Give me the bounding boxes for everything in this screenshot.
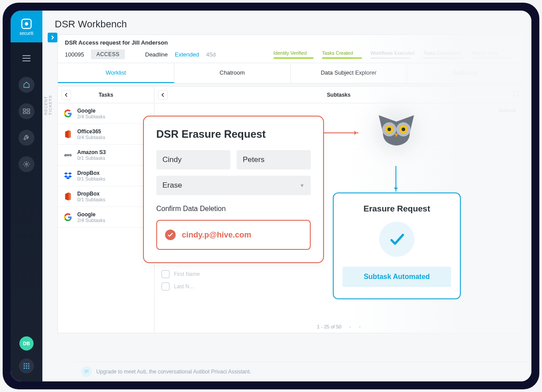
subtasks-heading: Subtasks ⛶ bbox=[154, 87, 523, 103]
prev-page-button[interactable]: ‹ bbox=[350, 324, 351, 329]
task-subcount: 0/1 Subtasks bbox=[77, 155, 106, 161]
ticket-id: 100095 bbox=[65, 51, 84, 58]
stage-label: Tasks Created bbox=[322, 50, 362, 56]
stage-label: Report Sent bbox=[472, 50, 512, 56]
svg-point-6 bbox=[26, 163, 27, 165]
task-item[interactable]: Google2/4 Subtasks bbox=[58, 207, 154, 228]
recent-tickets-rail: RECENT TICKETS bbox=[46, 34, 57, 381]
svg-point-1 bbox=[25, 22, 28, 25]
task-subcount: 0/4 Subtasks bbox=[77, 135, 105, 140]
request-title: DSR Access request for Jill Anderson bbox=[65, 39, 168, 46]
checkbox[interactable] bbox=[162, 270, 169, 278]
aws-icon: aws bbox=[63, 150, 73, 160]
checkbox[interactable] bbox=[162, 283, 169, 290]
upgrade-banner[interactable]: Upgrade to meet Auti, the conversational… bbox=[74, 362, 531, 381]
tab-chatroom[interactable]: Chatroom bbox=[174, 63, 291, 83]
tab-worklist[interactable]: Worklist bbox=[58, 63, 174, 83]
workbench-tabs: Worklist Chatroom Data Subject Explorer … bbox=[57, 63, 523, 83]
task-item[interactable]: DropBox0/1 Subtasks bbox=[58, 186, 154, 207]
svg-point-9 bbox=[28, 363, 29, 364]
back-button[interactable] bbox=[61, 90, 71, 100]
success-icon bbox=[379, 222, 414, 257]
subtasks-heading-label: Subtasks bbox=[327, 92, 350, 98]
pagination-label: 1 - 25 of 50 bbox=[317, 324, 342, 329]
next-page-button[interactable]: › bbox=[359, 324, 361, 329]
task-subcount: 0/1 Subtasks bbox=[77, 197, 105, 202]
confirm-email: cindy.p@hive.com bbox=[182, 230, 251, 240]
svg-point-14 bbox=[26, 367, 27, 369]
user-avatar[interactable]: DB bbox=[19, 336, 34, 351]
stage-label: Workflows Executed bbox=[371, 50, 414, 56]
action-value: Erase bbox=[162, 181, 182, 190]
apps-icon[interactable] bbox=[19, 358, 34, 373]
task-name: Amazon S3 bbox=[77, 149, 106, 155]
chat-icon bbox=[81, 366, 92, 377]
result-status: Subtask Automated bbox=[343, 267, 451, 287]
task-item[interactable]: Google2/4 Subtasks bbox=[58, 103, 154, 124]
task-item[interactable]: Office3650/4 Subtasks bbox=[58, 124, 154, 145]
deadline-days: 45d bbox=[206, 51, 216, 58]
office-icon bbox=[63, 129, 73, 139]
menu-icon[interactable] bbox=[19, 50, 34, 66]
confirm-label: Confirm Data Deletion bbox=[156, 205, 311, 213]
svg-point-13 bbox=[23, 367, 25, 369]
confirm-row[interactable]: cindy.p@hive.com bbox=[156, 220, 311, 250]
dialog-title: DSR Erasure Request bbox=[156, 128, 311, 140]
task-name: DropBox bbox=[77, 170, 105, 176]
field-label: Last N… bbox=[174, 283, 195, 290]
svg-rect-4 bbox=[23, 112, 26, 113]
last-name-input[interactable]: Peters bbox=[237, 150, 311, 170]
task-name: DropBox bbox=[77, 191, 105, 197]
nav-data-icon[interactable] bbox=[19, 103, 34, 119]
deadline-label: Deadline bbox=[145, 51, 168, 58]
svg-rect-3 bbox=[27, 109, 30, 111]
nav-tools-icon[interactable] bbox=[19, 130, 34, 146]
back-button[interactable] bbox=[158, 90, 168, 100]
subtask-detail-heading: Subtask bbox=[498, 108, 516, 113]
request-type-pill: ACCESS bbox=[91, 49, 124, 59]
rail-label: RECENT TICKETS bbox=[44, 95, 53, 115]
sidebar: securiti DB bbox=[11, 11, 42, 381]
svg-rect-2 bbox=[23, 109, 26, 111]
task-item[interactable]: DropBox0/1 Subtasks bbox=[58, 166, 154, 186]
task-subcount: 0/1 Subtasks bbox=[77, 176, 105, 181]
nav-home-icon[interactable] bbox=[19, 77, 34, 93]
request-header: DSR Access request for Jill Anderson 100… bbox=[57, 34, 523, 63]
svg-rect-5 bbox=[27, 112, 30, 113]
page-title: DSR Workbench bbox=[42, 11, 531, 34]
task-name: Office365 bbox=[77, 128, 105, 135]
task-item[interactable]: awsAmazon S30/1 Subtasks bbox=[58, 145, 154, 166]
svg-point-11 bbox=[26, 365, 27, 366]
action-select[interactable]: Erase ▼ bbox=[156, 176, 311, 195]
first-name-input[interactable]: Cindy bbox=[156, 150, 230, 170]
nav-settings-icon[interactable] bbox=[19, 156, 34, 172]
deadline-status[interactable]: Extended bbox=[175, 51, 199, 58]
pagination: 1 - 25 of 50 ‹ › bbox=[317, 324, 361, 329]
tasks-heading: Tasks bbox=[58, 87, 154, 103]
svg-point-7 bbox=[23, 363, 25, 364]
field-label: First Name bbox=[174, 271, 200, 277]
task-subcount: 2/4 Subtasks bbox=[77, 218, 105, 223]
dropbox-icon bbox=[63, 171, 73, 181]
erasure-result-dialog: Erasure Request Subtask Automated bbox=[333, 192, 461, 299]
svg-point-10 bbox=[23, 365, 25, 366]
rail-toggle[interactable] bbox=[48, 33, 57, 42]
task-subcount: 2/4 Subtasks bbox=[77, 114, 105, 119]
expand-icon[interactable]: ⛶ bbox=[513, 91, 519, 97]
brand-logo[interactable]: securiti bbox=[11, 11, 42, 42]
result-title: Erasure Request bbox=[343, 204, 451, 214]
check-icon bbox=[165, 230, 176, 240]
chevron-down-icon: ▼ bbox=[300, 183, 305, 188]
google-icon bbox=[63, 212, 73, 222]
office-icon bbox=[63, 192, 73, 201]
svg-point-15 bbox=[28, 367, 29, 369]
tasks-heading-label: Tasks bbox=[98, 92, 113, 98]
tab-data-subject-explorer[interactable]: Data Subject Explorer bbox=[291, 63, 407, 83]
progress-stages: Identity Verified Tasks Created Workflow… bbox=[274, 50, 516, 59]
task-name: Google bbox=[77, 108, 105, 114]
erasure-request-dialog: DSR Erasure Request Cindy Peters Erase ▼… bbox=[143, 116, 324, 263]
upgrade-text: Upgrade to meet Auti, the conversational… bbox=[96, 369, 251, 375]
stage-label: Identity Verified bbox=[274, 50, 313, 56]
google-icon bbox=[63, 109, 73, 118]
tab-audit-log[interactable]: Audit Log bbox=[407, 63, 523, 83]
